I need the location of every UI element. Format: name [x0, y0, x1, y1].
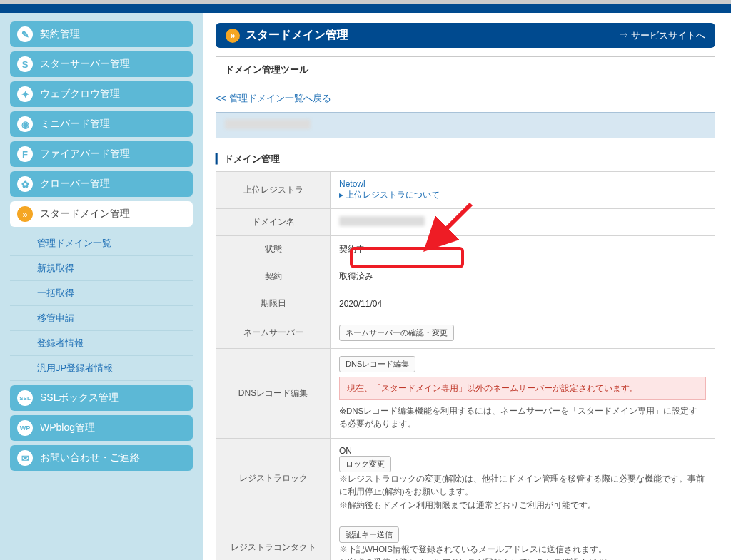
target-icon: ◉ [17, 116, 33, 132]
redacted-domain-name [339, 216, 425, 226]
row-label: レジストラロック [216, 438, 331, 519]
contact-note-1: ※下記WHOIS情報で登録されているメールアドレスに送信されます。 [339, 543, 706, 556]
sidebar-item-stardomain[interactable]: »スタードメイン管理 [10, 201, 193, 227]
arrow-icon: » [17, 206, 33, 222]
sidebar-item-label: お問い合わせ・ご連絡 [40, 452, 140, 464]
sub-registrant[interactable]: 登録者情報 [10, 331, 193, 356]
row-label: ドメイン名 [216, 209, 331, 236]
row-label: DNSレコード編集 [216, 349, 331, 439]
sidebar-item-minibird[interactable]: ◉ミニバード管理 [10, 111, 193, 137]
sidebar-sublist: 管理ドメイン一覧 新規取得 一括取得 移管申請 登録者情報 汎用JP登録者情報 [10, 231, 193, 381]
sparkle-icon: ✦ [17, 86, 33, 102]
sidebar-item-label: ファイアバード管理 [40, 148, 130, 161]
lock-change-button[interactable]: ロック変更 [339, 456, 391, 472]
ssl-icon: SSL [17, 390, 33, 406]
wp-icon: WP [17, 420, 33, 436]
f-icon: F [17, 146, 33, 162]
dns-warning: 現在、「スタードメイン専用」以外のネームサーバーが設定されています。 [339, 377, 706, 400]
lock-note-1: ※レジストラロックの変更(解除)は、他社にドメイン管理を移管する際に必要な機能で… [339, 472, 706, 499]
sidebar-item-wpblog[interactable]: WPWPblog管理 [10, 415, 193, 441]
contact-note-2: お客様の受信可能なメールアドレスが登録されているかご確認ください。 [339, 556, 706, 560]
expire-value: 2020/11/04 [331, 290, 715, 317]
sidebar: ✎契約管理 Sスターサーバー管理 ✦ウェブクロウ管理 ◉ミニバード管理 Fファイ… [0, 13, 203, 560]
tool-title: ドメイン管理ツール [216, 56, 715, 83]
sidebar-item-firebird[interactable]: Fファイアバード管理 [10, 141, 193, 167]
contract-value: 取得済み [331, 263, 715, 290]
sub-new[interactable]: 新規取得 [10, 256, 193, 281]
sidebar-item-webcrow[interactable]: ✦ウェブクロウ管理 [10, 81, 193, 107]
page-header: »スタードメイン管理 ⇒ サービスサイトへ [216, 23, 715, 48]
sidebar-item-contact[interactable]: ✉お問い合わせ・ご連絡 [10, 445, 193, 471]
redacted-domain [225, 119, 311, 129]
sidebar-item-label: WPblog管理 [40, 422, 95, 434]
current-domain-box [216, 112, 715, 138]
row-label: レジストラコンタクト [216, 519, 331, 560]
nameserver-change-button[interactable]: ネームサーバーの確認・変更 [339, 325, 454, 341]
sidebar-item-label: スタードメイン管理 [40, 208, 130, 220]
back-link[interactable]: << 管理ドメイン一覧へ戻る [216, 92, 331, 105]
registrar-value: Netowl [339, 179, 366, 189]
dns-note: ※DNSレコード編集機能を利用するには、ネームサーバーを「スタードメイン専用」に… [339, 404, 706, 431]
mail-icon: ✉ [17, 450, 33, 466]
sidebar-item-starserver[interactable]: Sスターサーバー管理 [10, 51, 193, 77]
sub-jp-registrant[interactable]: 汎用JP登録者情報 [10, 356, 193, 381]
row-label: ネームサーバー [216, 317, 331, 349]
sidebar-item-label: ウェブクロウ管理 [40, 88, 120, 101]
sub-domain-list[interactable]: 管理ドメイン一覧 [10, 231, 193, 256]
domain-info-table: 上位レジストラ Netowl▸ 上位レジストラについて ドメイン名 状態 契約中… [216, 171, 715, 560]
row-label: 上位レジストラ [216, 172, 331, 209]
sidebar-item-label: ミニバード管理 [40, 118, 110, 131]
sub-bulk[interactable]: 一括取得 [10, 281, 193, 306]
sidebar-item-label: クローバー管理 [40, 178, 110, 190]
page-title: スタードメイン管理 [246, 28, 348, 43]
row-label: 期限日 [216, 290, 331, 317]
top-blue-bar [0, 4, 731, 13]
status-value: 契約中 [331, 236, 715, 263]
sub-transfer[interactable]: 移管申請 [10, 306, 193, 331]
sidebar-item-contract[interactable]: ✎契約管理 [10, 21, 193, 47]
registrar-about-link[interactable]: ▸ 上位レジストラについて [339, 190, 440, 200]
row-label: 状態 [216, 236, 331, 263]
main-content: »スタードメイン管理 ⇒ サービスサイトへ ドメイン管理ツール << 管理ドメイ… [203, 13, 731, 560]
sidebar-item-label: スターサーバー管理 [40, 58, 130, 71]
s-icon: S [17, 56, 33, 72]
pencil-icon: ✎ [17, 26, 33, 42]
dns-edit-button[interactable]: DNSレコード編集 [339, 356, 415, 372]
row-label: 契約 [216, 263, 331, 290]
authkey-send-button[interactable]: 認証キー送信 [339, 526, 399, 543]
lock-note-2: ※解約後もドメイン利用期限までは通常どおりご利用が可能です。 [339, 499, 706, 511]
arrow-icon: » [226, 29, 240, 43]
sidebar-item-clover[interactable]: ✿クローバー管理 [10, 171, 193, 197]
sidebar-item-label: 契約管理 [40, 28, 80, 41]
lock-status: ON [339, 446, 706, 456]
section-domain-mgmt: ドメイン管理 [216, 153, 715, 166]
service-site-link[interactable]: ⇒ サービスサイトへ [619, 29, 705, 42]
clover-icon: ✿ [17, 176, 33, 192]
sidebar-item-label: SSLボックス管理 [40, 392, 119, 404]
sidebar-item-sslbox[interactable]: SSLSSLボックス管理 [10, 385, 193, 411]
